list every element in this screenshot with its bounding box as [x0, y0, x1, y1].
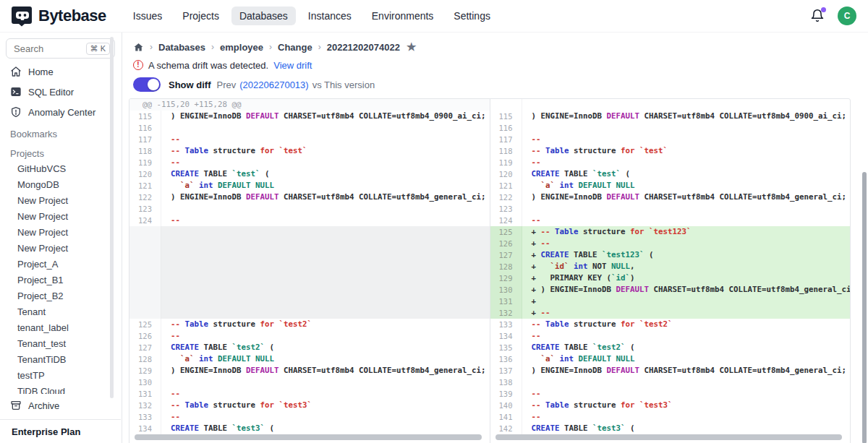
diff-row: 128 `a` int DEFAULT NULL: [129, 353, 490, 365]
diff-row: 124--: [490, 215, 851, 226]
diff-row: 126+ --: [490, 238, 851, 249]
diff-toolbar: Show diff Prev (202206270013) vs This ve…: [133, 77, 868, 92]
bytebase-logo[interactable]: Bytebase: [12, 5, 106, 27]
diff-row: 134CREATE TABLE `test3` (: [129, 423, 490, 434]
diff-pane-left[interactable]: @@ -115,20 +115,28 @@115) ENGINE=InnoDB …: [129, 99, 490, 443]
notification-dot: [821, 7, 826, 12]
diff-row: 118-- Table structure for `test`: [129, 145, 490, 157]
page-vertical-scrollbar[interactable]: [862, 172, 867, 443]
sidebar-project-item[interactable]: GitHubVCS: [0, 161, 122, 177]
plan-label[interactable]: Enterprise Plan: [0, 419, 121, 443]
sidebar-project-item[interactable]: New Project: [0, 193, 122, 209]
sidebar-project-item[interactable]: Project_B1: [0, 272, 122, 288]
sidebar-scrollbar[interactable]: [110, 37, 114, 398]
diff-row: 116: [129, 122, 490, 134]
alert-text: A schema drift was detected.: [148, 60, 268, 71]
breadcrumb-change[interactable]: Change: [278, 42, 312, 53]
diff-row: 131--: [129, 388, 490, 400]
nav-item-settings[interactable]: Settings: [446, 7, 498, 25]
diff-row: 141--: [490, 411, 851, 423]
sidebar-project-item[interactable]: MongoDB: [0, 177, 122, 193]
diff-row: 131+: [490, 296, 851, 307]
show-diff-label: Show diff: [169, 79, 211, 90]
sidebar-project-item[interactable]: New Project: [0, 209, 122, 225]
diff-row: 127CREATE TABLE `test2` (: [129, 342, 490, 353]
search-box[interactable]: ⌘ K: [6, 38, 115, 59]
archive-icon: [10, 400, 22, 411]
search-input[interactable]: [14, 43, 86, 54]
diff-row: [129, 238, 490, 249]
primary-nav: IssuesProjectsDatabasesInstancesEnvironm…: [125, 7, 498, 25]
diff-row: 116: [490, 122, 851, 134]
diff-row: [129, 249, 490, 261]
sidebar-project-item[interactable]: tenant_label: [0, 320, 122, 336]
top-nav: Bytebase IssuesProjectsDatabasesInstance…: [0, 0, 868, 33]
diff-row: 119--: [490, 157, 851, 168]
diff-right-horizontal-scrollbar[interactable]: [495, 434, 843, 440]
sql-editor-icon: [10, 86, 22, 98]
prev-label: Prev: [217, 79, 237, 90]
breadcrumb-version[interactable]: 20221202074022: [327, 42, 400, 53]
alert-exclamation-icon: !: [133, 60, 143, 70]
sidebar-project-item[interactable]: Tenant_test: [0, 336, 122, 352]
diff-row: 117--: [490, 134, 851, 145]
anomaly-shield-icon: [10, 106, 22, 118]
sidebar-project-item[interactable]: Tenant: [0, 304, 122, 320]
diff-row: [129, 272, 490, 284]
diff-row: 134--: [490, 330, 851, 342]
diff-row: 138: [490, 377, 851, 388]
prev-version-link[interactable]: (202206270013): [239, 79, 308, 90]
nav-item-instances[interactable]: Instances: [300, 7, 359, 25]
diff-row: 128+ `id` int NOT NULL,: [490, 261, 851, 272]
diff-row: 133-- Table structure for `test2`: [490, 319, 851, 330]
nav-item-issues[interactable]: Issues: [125, 7, 170, 25]
sidebar-project-item[interactable]: Project_B2: [0, 288, 122, 304]
sidebar-project-item[interactable]: testTP: [0, 368, 122, 384]
diff-row: [490, 99, 851, 111]
sidebar-project-item[interactable]: New Project: [0, 241, 122, 257]
breadcrumb-databases[interactable]: Databases: [158, 42, 205, 53]
diff-row: 142CREATE TABLE `test3` (: [490, 423, 851, 434]
diff-row: 136 `a` int DEFAULT NULL: [490, 353, 851, 365]
breadcrumb-employee[interactable]: employee: [220, 42, 263, 53]
diff-row: 132-- Table structure for `test3`: [129, 400, 490, 411]
nav-item-projects[interactable]: Projects: [174, 7, 227, 25]
diff-left-horizontal-scrollbar[interactable]: [135, 434, 482, 440]
diff-row: 115) ENGINE=InnoDB DEFAULT CHARSET=utf8m…: [129, 111, 490, 122]
diff-row: 140-- Table structure for `test3`: [490, 400, 851, 411]
nav-item-environments[interactable]: Environments: [364, 7, 442, 25]
diff-row: @@ -115,20 +115,28 @@: [129, 99, 490, 111]
sidebar-project-item[interactable]: TenantTiDB: [0, 352, 122, 368]
diff-pane-right[interactable]: 115) ENGINE=InnoDB DEFAULT CHARSET=utf8m…: [490, 99, 851, 443]
search-shortcut-badge: ⌘ K: [86, 43, 110, 55]
sidebar-item-anomaly-center[interactable]: Anomaly Center: [0, 102, 122, 122]
breadcrumb-home-icon[interactable]: [133, 42, 144, 53]
view-drift-link[interactable]: View drift: [273, 60, 312, 71]
breadcrumb-separator: ›: [150, 42, 153, 52]
sidebar-section-bookmarks[interactable]: Bookmarks: [0, 122, 122, 142]
avatar[interactable]: C: [838, 7, 856, 25]
sidebar-section-projects[interactable]: Projects: [0, 142, 122, 161]
vs-this-version-label: vs This version: [312, 79, 375, 90]
sidebar-item-label: Anomaly Center: [28, 107, 95, 118]
sidebar-item-archive[interactable]: Archive: [0, 394, 121, 417]
diff-row: 133--: [129, 411, 490, 423]
diff-row: 124--: [129, 215, 490, 226]
sidebar-project-item[interactable]: New Project: [0, 225, 122, 241]
sidebar-item-home[interactable]: Home: [0, 61, 122, 82]
diff-row: 125+ -- Table structure for `test123`: [490, 226, 851, 238]
diff-row: 130+ ) ENGINE=InnoDB DEFAULT CHARSET=utf…: [490, 284, 851, 296]
bookmark-star-icon[interactable]: ★: [407, 40, 416, 53]
show-diff-toggle[interactable]: [133, 77, 161, 92]
brand-name: Bytebase: [38, 7, 106, 25]
sidebar-item-sql-editor[interactable]: SQL Editor: [0, 82, 122, 102]
diff-row: 121 `a` int DEFAULT NULL: [129, 180, 490, 192]
nav-item-databases[interactable]: Databases: [231, 7, 296, 25]
diff-row: 120CREATE TABLE `test` (: [129, 168, 490, 180]
diff-row: 117--: [129, 134, 490, 145]
notifications-bell-icon[interactable]: [810, 9, 825, 23]
sidebar-project-item[interactable]: Project_A: [0, 257, 122, 272]
diff-row: [129, 261, 490, 272]
diff-row: 121 `a` int DEFAULT NULL: [490, 180, 851, 192]
diff-row: 122) ENGINE=InnoDB DEFAULT CHARSET=utf8m…: [490, 192, 851, 203]
